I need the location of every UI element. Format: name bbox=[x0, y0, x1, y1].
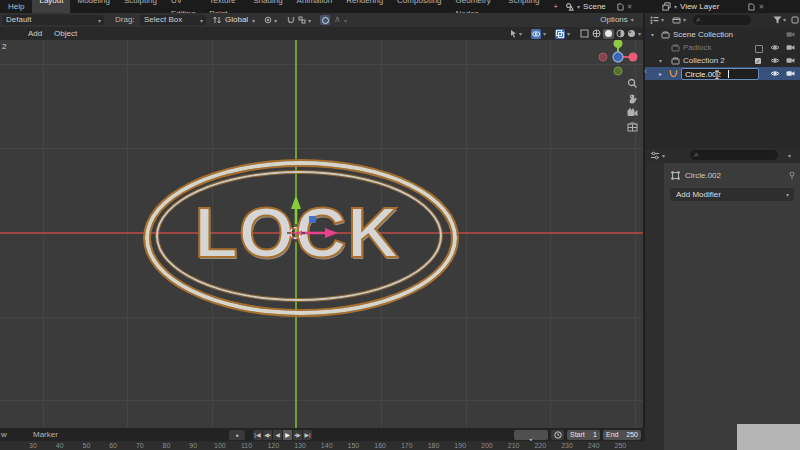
exclude-checkbox-checked[interactable]: ✓ bbox=[755, 58, 761, 64]
expand-arrow-icon[interactable]: ▸ bbox=[659, 70, 662, 77]
toggle-xray-icon[interactable] bbox=[580, 29, 589, 38]
chevron-down-icon[interactable]: ▾ bbox=[783, 16, 786, 23]
shading-solid-icon[interactable] bbox=[603, 29, 614, 39]
menu-view[interactable]: w bbox=[1, 428, 7, 441]
new-scene-icon[interactable] bbox=[617, 3, 624, 11]
falloff-curve-icon[interactable]: ∧ bbox=[334, 14, 341, 24]
frame-start-field[interactable]: Start 1 bbox=[567, 430, 600, 440]
shading-material-icon[interactable] bbox=[616, 29, 625, 38]
snap-target-icon[interactable] bbox=[298, 16, 306, 24]
pin-icon[interactable] bbox=[788, 171, 796, 180]
display-mode-icon[interactable] bbox=[672, 16, 681, 24]
chevron-down-icon[interactable]: ▾ bbox=[519, 30, 522, 37]
scene-selector[interactable]: ▾ Scene ✕ bbox=[565, 0, 656, 13]
editor-type-icon[interactable] bbox=[650, 151, 660, 160]
chevron-down-icon[interactable]: ▾ bbox=[683, 16, 686, 23]
exclude-checkbox[interactable] bbox=[755, 45, 763, 53]
breadcrumb-object-name[interactable]: Circle.002 bbox=[685, 169, 721, 182]
object-rename-input[interactable]: Circle.002 bbox=[681, 68, 759, 80]
auto-keying-button[interactable]: ● bbox=[229, 430, 245, 440]
hide-eye-icon[interactable] bbox=[770, 70, 780, 77]
chevron-down-icon[interactable]: ▾ bbox=[344, 17, 347, 24]
camera-restrict-icon[interactable] bbox=[786, 70, 795, 77]
snap-magnet-icon[interactable] bbox=[287, 16, 295, 24]
editor-type-icon[interactable] bbox=[650, 16, 659, 24]
select-mode-dropdown[interactable]: Select Box ▾ bbox=[140, 15, 206, 25]
toggle-ortho-icon[interactable] bbox=[627, 122, 638, 132]
viewport-3d[interactable]: 2 LOCK bbox=[0, 40, 645, 428]
new-view-layer-icon[interactable] bbox=[748, 3, 755, 11]
chevron-down-icon[interactable]: ▾ bbox=[252, 17, 255, 24]
move-gizmo[interactable] bbox=[240, 150, 400, 270]
collection-name: Scene Collection bbox=[673, 28, 733, 41]
camera-restrict-icon[interactable] bbox=[786, 44, 795, 51]
text-caret bbox=[728, 70, 729, 78]
camera-restrict-icon[interactable] bbox=[786, 31, 795, 38]
properties-search-input[interactable]: ⌕ bbox=[690, 150, 778, 160]
search-icon: ⌕ bbox=[696, 15, 700, 25]
chevron-down-icon[interactable]: ▾ bbox=[661, 16, 664, 23]
tool-preset-dropdown[interactable]: Default ▾ bbox=[2, 15, 104, 25]
hide-eye-icon[interactable] bbox=[770, 44, 780, 51]
show-overlays-toggle[interactable] bbox=[531, 29, 541, 39]
shading-rendered-icon[interactable] bbox=[627, 29, 636, 38]
gizmo-y-positive bbox=[614, 40, 623, 48]
menu-help[interactable]: Help bbox=[0, 0, 32, 13]
playback-controls: |◀◀•◀▶•▶▶| bbox=[253, 430, 312, 440]
view-layer-selector[interactable]: ▾ View Layer ✕ bbox=[662, 0, 800, 13]
add-modifier-dropdown[interactable]: Add Modifier ▾ bbox=[670, 188, 794, 201]
orientation-label[interactable]: Global bbox=[225, 13, 248, 26]
outliner-search-input[interactable]: ⌕ bbox=[693, 15, 751, 25]
camera-view-icon[interactable] bbox=[627, 108, 638, 117]
gizmo-y-negative bbox=[614, 67, 622, 75]
gizmo-dropdown-icon[interactable] bbox=[509, 29, 518, 38]
proportional-editing-toggle[interactable] bbox=[320, 15, 330, 25]
hide-eye-icon[interactable] bbox=[770, 57, 780, 64]
close-icon[interactable]: ✕ bbox=[627, 3, 633, 11]
menu-marker[interactable]: Marker bbox=[33, 428, 58, 441]
outliner-row-collection-2[interactable]: ▾ Collection 2 ✓ bbox=[645, 54, 800, 67]
outliner-row-circle-002[interactable]: ▸ Circle.002 bbox=[645, 67, 800, 80]
shading-wireframe-icon[interactable] bbox=[592, 29, 601, 38]
filter-settings-icon[interactable] bbox=[791, 16, 799, 24]
expand-arrow-icon[interactable]: ▾ bbox=[651, 31, 654, 38]
chevron-down-icon[interactable]: ▾ bbox=[274, 17, 277, 24]
xray-toggle[interactable] bbox=[555, 29, 565, 39]
next-keyframe-button[interactable]: •▶ bbox=[293, 430, 302, 440]
jump-to-end-button[interactable]: ▶| bbox=[303, 430, 312, 440]
play-reverse-button[interactable]: ◀ bbox=[273, 430, 282, 440]
jump-to-start-button[interactable]: |◀ bbox=[253, 430, 262, 440]
region-collapse-icon[interactable]: ‹ bbox=[644, 66, 647, 76]
chevron-down-icon[interactable]: ▾ bbox=[543, 30, 546, 37]
chevron-down-icon: ▾ bbox=[674, 3, 677, 10]
ruler-frame-label: 120 bbox=[265, 442, 281, 449]
gizmo-z-axis bbox=[613, 52, 623, 62]
chevron-down-icon[interactable]: ▾ bbox=[308, 17, 311, 24]
frame-end-field[interactable]: End 250 bbox=[603, 430, 641, 440]
transform-orientation-icon[interactable] bbox=[213, 16, 221, 24]
use-preview-range-button[interactable] bbox=[551, 430, 564, 440]
camera-restrict-icon[interactable] bbox=[786, 57, 795, 64]
pan-hand-icon[interactable] bbox=[627, 93, 638, 104]
chevron-down-icon[interactable]: ▾ bbox=[788, 152, 791, 159]
ruler-frame-label: 110 bbox=[239, 442, 255, 449]
chevron-down-icon[interactable]: ▾ bbox=[567, 30, 570, 37]
timeline-ruler[interactable]: 3040506070809010011012013014015016017018… bbox=[0, 441, 645, 450]
play-button[interactable]: ▶ bbox=[283, 430, 292, 440]
add-workspace-button[interactable]: + bbox=[546, 0, 565, 13]
expand-arrow-icon[interactable]: ▾ bbox=[659, 57, 662, 64]
prev-keyframe-button[interactable]: ◀• bbox=[263, 430, 272, 440]
outliner-row-padlock[interactable]: Padlock bbox=[645, 41, 800, 54]
current-frame-field[interactable]: 1 bbox=[514, 430, 548, 440]
pivot-point-icon[interactable] bbox=[264, 16, 272, 24]
menu-object[interactable]: Object bbox=[54, 27, 77, 40]
curve-object-icon bbox=[669, 69, 678, 78]
chevron-down-icon[interactable]: ▾ bbox=[662, 152, 665, 159]
menu-add[interactable]: Add bbox=[28, 27, 42, 40]
zoom-icon[interactable] bbox=[627, 78, 638, 89]
filter-funnel-icon[interactable] bbox=[773, 16, 782, 24]
options-dropdown[interactable]: Options ▾ bbox=[592, 14, 642, 25]
chevron-down-icon[interactable]: ▾ bbox=[638, 30, 641, 37]
outliner-row-scene-collection[interactable]: ▾ Scene Collection bbox=[645, 28, 800, 41]
close-icon[interactable]: ✕ bbox=[758, 3, 764, 11]
